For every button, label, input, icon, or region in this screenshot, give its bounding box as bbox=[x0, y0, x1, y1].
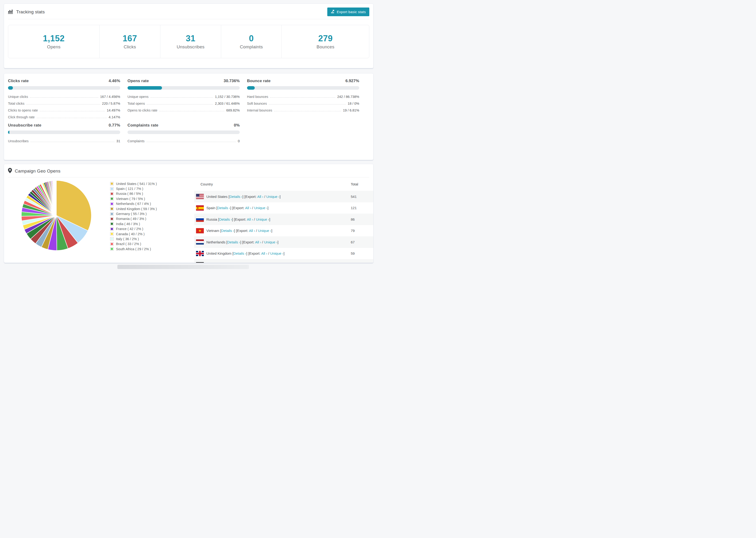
dotted-leader bbox=[30, 142, 115, 142]
legend-swatch bbox=[110, 182, 114, 186]
rate-row: Soft bounces18 / 0% bbox=[247, 99, 359, 106]
rate-value: 0.77% bbox=[109, 123, 120, 128]
es-flag-icon bbox=[196, 205, 204, 211]
legend-item: Russia ( 86 / 5% ) bbox=[110, 191, 157, 196]
horizontal-scrollbar-thumb[interactable] bbox=[117, 265, 249, 269]
rate-block-header: Clicks rate4.46% bbox=[8, 79, 120, 83]
legend-swatch bbox=[110, 187, 114, 190]
rate-row: Opens to clicks rate689.82% bbox=[128, 106, 240, 113]
legend-label: United States ( 541 / 31% ) bbox=[116, 182, 157, 186]
rate-row-label: Click through rate bbox=[8, 115, 35, 120]
legend-swatch bbox=[110, 207, 114, 211]
rate-value: 30.736% bbox=[224, 79, 240, 83]
export-all-link[interactable]: All › bbox=[247, 217, 253, 221]
rate-row: Clicks to opens rate14.497% bbox=[8, 106, 120, 113]
progress-bar-track bbox=[247, 86, 359, 90]
rate-title: Unsubscribe rate bbox=[8, 123, 41, 128]
total-cell: 67 bbox=[351, 240, 374, 244]
country-links-text: Russia [Details ›] [Export: All › / Uniq… bbox=[206, 217, 270, 221]
us-flag-icon bbox=[196, 194, 204, 199]
progress-bar-track bbox=[128, 131, 240, 134]
details-link[interactable]: Details › bbox=[227, 240, 240, 244]
rate-row-value: 31 bbox=[117, 139, 120, 144]
rate-block-header: Unsubscribe rate0.77% bbox=[8, 123, 120, 128]
legend-item: Spain ( 121 / 7% ) bbox=[110, 186, 157, 191]
export-all-link[interactable]: All › bbox=[255, 240, 261, 244]
country-cell: Vietnam [Details ›] [Export: All › / Uni… bbox=[194, 228, 351, 233]
table-row: Spain [Details ›] [Export: All › / Uniqu… bbox=[194, 202, 374, 214]
rate-row-value: 242 / 86.738% bbox=[337, 95, 359, 99]
rate-row-label: Soft bounces bbox=[247, 102, 267, 106]
export-all-link[interactable]: All › bbox=[257, 194, 263, 198]
rate-row: Internal bounces19 / 6.81% bbox=[247, 106, 359, 113]
legend-item: Brazil ( 33 / 2% ) bbox=[110, 242, 157, 246]
export-all-link[interactable]: All › bbox=[245, 206, 251, 210]
rate-row-value: 14.497% bbox=[107, 108, 120, 113]
export-unique-link[interactable]: Unique › bbox=[266, 194, 280, 198]
country-cell: United Kingdom [Details ›] [Export: All … bbox=[194, 251, 351, 256]
geo-header: Campaign Geo Opens bbox=[4, 164, 373, 177]
legend-swatch bbox=[110, 232, 114, 236]
dotted-leader bbox=[270, 97, 335, 98]
table-row: Netherlands [Details ›] [Export: All › /… bbox=[194, 237, 374, 248]
export-basic-stats-button[interactable]: Export basic stats bbox=[327, 8, 369, 16]
geo-table-header: Country Total bbox=[194, 178, 374, 191]
export-unique-link[interactable]: Unique › bbox=[256, 217, 269, 221]
details-link[interactable]: Details › bbox=[229, 194, 242, 198]
export-unique-link[interactable]: Unique › bbox=[258, 229, 271, 233]
geo-pie-chart bbox=[20, 179, 92, 252]
export-unique-link[interactable]: Unique › bbox=[254, 206, 267, 210]
export-all-link[interactable]: All › bbox=[249, 229, 255, 233]
legend-swatch bbox=[110, 237, 114, 241]
rate-block: Unsubscribe rate0.77%Unsubscribes31 bbox=[8, 120, 120, 144]
rate-block: Complaints rate0%Complaints0 bbox=[128, 120, 240, 144]
campaign-geo-opens-card: Campaign Geo Opens United States ( 541 /… bbox=[4, 164, 374, 263]
legend-item: Canada ( 40 / 2% ) bbox=[110, 232, 157, 237]
details-link[interactable]: Details › bbox=[219, 217, 232, 221]
country-links-text: Vietnam [Details ›] [Export: All › / Uni… bbox=[206, 229, 272, 233]
export-unique-link[interactable]: Unique › bbox=[264, 240, 278, 244]
legend-swatch bbox=[110, 212, 114, 216]
details-link[interactable]: Details › bbox=[217, 206, 230, 210]
country-cell: United States [Details ›] [Export: All ›… bbox=[194, 194, 351, 199]
stat-card: 31Unsubscribes bbox=[160, 25, 221, 58]
rate-block-header: Opens rate30.736% bbox=[128, 79, 240, 83]
ru-flag-icon bbox=[196, 217, 204, 222]
tracking-stats-header: Tracking stats Export basic stats bbox=[4, 4, 373, 19]
country-links-text: United States [Details ›] [Export: All ›… bbox=[206, 194, 281, 198]
stat-card: 1,152Opens bbox=[8, 25, 99, 58]
progress-bar-fill bbox=[128, 86, 162, 90]
section-title: Campaign Geo Opens bbox=[15, 169, 60, 174]
geo-legend: United States ( 541 / 31% )Spain ( 121 /… bbox=[110, 181, 157, 251]
table-row: United States [Details ›] [Export: All ›… bbox=[194, 191, 374, 202]
legend-item: United Kingdom ( 59 / 3% ) bbox=[110, 206, 157, 211]
bar-chart-icon bbox=[8, 9, 13, 15]
details-link[interactable]: Details › bbox=[221, 229, 234, 233]
export-all-link[interactable]: All › bbox=[261, 251, 267, 255]
total-cell: 79 bbox=[351, 229, 374, 233]
progress-bar-fill bbox=[8, 86, 13, 90]
dotted-leader bbox=[150, 97, 213, 98]
country-cell: Netherlands [Details ›] [Export: All › /… bbox=[194, 240, 351, 244]
details-link[interactable]: Details › bbox=[233, 251, 246, 255]
rate-row-label: Total clicks bbox=[8, 102, 25, 106]
country-cell: Spain [Details ›] [Export: All › / Uniqu… bbox=[194, 205, 351, 211]
country-links-text: Netherlands [Details ›] [Export: All › /… bbox=[206, 240, 279, 244]
country-links-text: Spain [Details ›] [Export: All › / Uniqu… bbox=[206, 206, 268, 210]
rate-value: 0% bbox=[234, 123, 240, 128]
legend-label: Russia ( 86 / 5% ) bbox=[116, 192, 143, 195]
legend-swatch bbox=[110, 197, 114, 200]
map-pin-icon bbox=[8, 168, 12, 174]
export-button-label: Export basic stats bbox=[337, 10, 366, 14]
rate-block-header: Complaints rate0% bbox=[128, 123, 240, 128]
rate-row: Hard bounces242 / 86.738% bbox=[247, 92, 359, 99]
legend-label: Brazil ( 33 / 2% ) bbox=[116, 242, 141, 246]
rate-row-label: Unique clicks bbox=[8, 95, 28, 99]
export-unique-link[interactable]: Unique › bbox=[270, 251, 284, 255]
header-divider bbox=[8, 19, 369, 19]
rate-row: Unsubscribes31 bbox=[8, 137, 120, 144]
rate-row-label: Clicks to opens rate bbox=[8, 108, 38, 113]
legend-label: South Africa ( 29 / 2% ) bbox=[116, 247, 151, 251]
country-cell: Russia [Details ›] [Export: All › / Uniq… bbox=[194, 217, 351, 222]
stat-card: 279Bounces bbox=[282, 25, 369, 58]
